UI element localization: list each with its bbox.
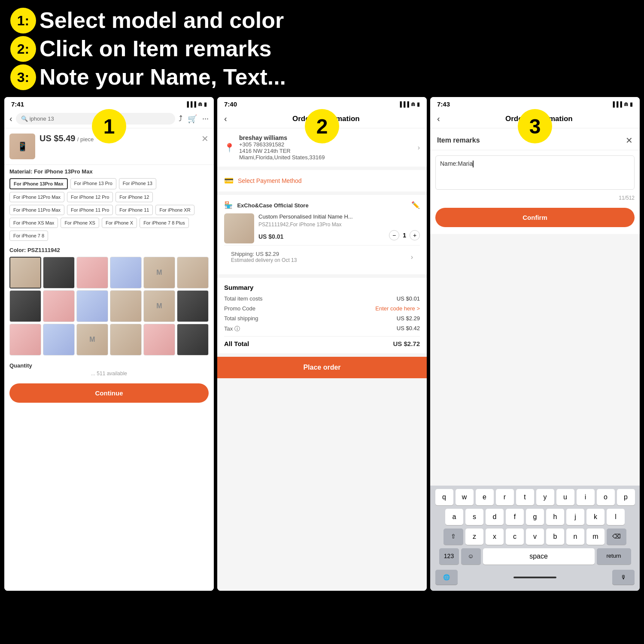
qty-increase-2[interactable]: + <box>410 230 420 240</box>
model-option-12[interactable]: For iPhone X <box>102 218 137 228</box>
mic-key[interactable]: 🎙 <box>612 570 635 585</box>
key-h[interactable]: h <box>546 509 564 525</box>
qty-number-2: 1 <box>403 232 406 239</box>
key-l[interactable]: l <box>607 509 625 525</box>
qty-decrease-2[interactable]: − <box>389 230 399 240</box>
color-swatch-3[interactable] <box>110 257 142 289</box>
confirm-button[interactable]: Confirm <box>435 208 635 227</box>
shift-key[interactable]: ⇧ <box>444 529 463 545</box>
color-swatch-6[interactable] <box>9 290 41 322</box>
key-v[interactable]: v <box>526 529 544 545</box>
model-option-14[interactable]: For iPhone 7 8 <box>9 231 48 241</box>
key-n[interactable]: n <box>566 529 584 545</box>
battery-icon-1: ▮ <box>204 101 207 107</box>
wifi-icon-3: ⋒ <box>624 101 628 107</box>
key-m[interactable]: m <box>586 529 605 545</box>
model-option-0[interactable]: For iPhone 13Pro Max <box>9 178 68 189</box>
model-option-6[interactable]: For iPhone 11Pro Max <box>9 205 64 215</box>
numbers-key[interactable]: 123 <box>439 548 459 565</box>
model-option-13[interactable]: For iPhone 7 8 Plus <box>140 218 189 228</box>
screen-3-remarks: 7:43 ▐▐▐ ⋒ ▮ ‹ Order Confirmation 📍 bres… <box>430 97 640 591</box>
return-key[interactable]: return <box>597 548 631 565</box>
key-e[interactable]: e <box>476 489 494 505</box>
color-swatch-11[interactable] <box>177 290 209 322</box>
model-option-9[interactable]: For iPhone XR <box>155 205 194 215</box>
key-r[interactable]: r <box>496 489 514 505</box>
swatch-img-17 <box>177 324 208 355</box>
color-swatch-13[interactable] <box>43 324 75 355</box>
color-swatch-7[interactable] <box>43 290 75 322</box>
remarks-input-field[interactable]: Name:Maria <box>435 155 635 190</box>
color-swatch-14[interactable]: M <box>76 324 108 355</box>
key-a[interactable]: a <box>445 509 463 525</box>
color-swatch-10[interactable]: M <box>143 290 175 322</box>
place-order-button[interactable]: Place order <box>217 357 427 378</box>
space-key[interactable]: space <box>483 548 595 565</box>
share-icon[interactable]: ⤴ <box>179 114 182 123</box>
store-name-2: ExCho&Case Official Store <box>237 202 308 209</box>
payment-card-2[interactable]: 💳 Select Payment Method <box>217 170 427 191</box>
key-y[interactable]: y <box>536 489 554 505</box>
key-g[interactable]: g <box>526 509 544 525</box>
product-popup: 📱 US $5.49 / piece ✕ Material: For iPhon… <box>4 128 214 591</box>
key-z[interactable]: z <box>465 529 483 545</box>
back-button-3[interactable]: ‹ <box>437 114 440 124</box>
more-icon[interactable]: ··· <box>202 114 209 123</box>
key-t[interactable]: t <box>516 489 534 505</box>
model-option-7[interactable]: For iPhone 11 Pro <box>67 205 113 215</box>
key-o[interactable]: o <box>597 489 615 505</box>
model-option-1[interactable]: For iPhone 13 Pro <box>70 178 116 189</box>
keyboard-row-2: asdfghjkl <box>432 509 638 525</box>
continue-button[interactable]: Continue <box>9 383 209 403</box>
summary-val-1[interactable]: Enter code here > <box>375 305 420 312</box>
color-swatch-16[interactable] <box>143 324 175 355</box>
key-j[interactable]: j <box>566 509 584 525</box>
summary-row-1: Promo Code Enter code here > <box>224 305 420 312</box>
color-swatch-9[interactable] <box>110 290 142 322</box>
delete-key[interactable]: ⌫ <box>607 529 626 545</box>
key-b[interactable]: b <box>546 529 564 545</box>
status-icons-2: ▐▐▐ ⋒ ▮ <box>398 101 420 107</box>
cart-icon[interactable]: 🛒 <box>188 114 197 124</box>
key-f[interactable]: f <box>506 509 524 525</box>
key-s[interactable]: s <box>465 509 483 525</box>
color-swatch-4[interactable]: M <box>143 257 175 289</box>
shipping-chevron-2[interactable]: › <box>411 253 413 261</box>
model-option-10[interactable]: For iPhone XS Max <box>9 218 58 228</box>
color-swatch-0[interactable] <box>9 257 41 289</box>
color-swatch-5[interactable] <box>177 257 209 289</box>
emoji-key[interactable]: ☺ <box>461 548 481 565</box>
globe-key[interactable]: 🌐 <box>435 570 458 585</box>
key-x[interactable]: x <box>486 529 504 545</box>
model-option-11[interactable]: For iPhone XS <box>61 218 99 228</box>
color-swatch-17[interactable] <box>177 324 209 355</box>
color-swatch-2[interactable] <box>76 257 108 289</box>
summary-title-2: Summary <box>224 284 420 291</box>
back-button-2[interactable]: ‹ <box>224 114 227 124</box>
key-w[interactable]: w <box>456 489 474 505</box>
model-option-4[interactable]: For iPhone 12 Pro <box>67 192 113 202</box>
key-d[interactable]: d <box>486 509 504 525</box>
key-c[interactable]: c <box>506 529 524 545</box>
swatch-img-7 <box>43 291 74 322</box>
close-popup-button[interactable]: ✕ <box>201 134 209 144</box>
store-header-2: 🏪 ExCho&Case Official Store ✏️ <box>224 201 420 209</box>
shipping-row-2[interactable]: Shipping: US $2.29 Estimated delivery on… <box>224 245 420 268</box>
color-swatch-15[interactable] <box>110 324 142 355</box>
model-option-2[interactable]: For iPhone 13 <box>119 178 156 189</box>
color-swatch-1[interactable] <box>43 257 75 289</box>
key-i[interactable]: i <box>577 489 595 505</box>
address-chevron-2[interactable]: › <box>418 144 420 152</box>
key-q[interactable]: q <box>435 489 453 505</box>
color-swatch-12[interactable] <box>9 324 41 355</box>
key-k[interactable]: k <box>586 509 605 525</box>
color-swatch-8[interactable] <box>76 290 108 322</box>
back-arrow-1[interactable]: ‹ <box>9 114 12 124</box>
key-p[interactable]: p <box>617 489 635 505</box>
key-u[interactable]: u <box>556 489 574 505</box>
remarks-close-button[interactable]: ✕ <box>626 135 633 146</box>
edit-icon-2[interactable]: ✏️ <box>411 201 420 209</box>
model-option-8[interactable]: For iPhone 11 <box>115 205 153 215</box>
model-option-5[interactable]: For iPhone 12 <box>115 192 153 202</box>
model-option-3[interactable]: For iPhone 12Pro Max <box>9 192 64 202</box>
